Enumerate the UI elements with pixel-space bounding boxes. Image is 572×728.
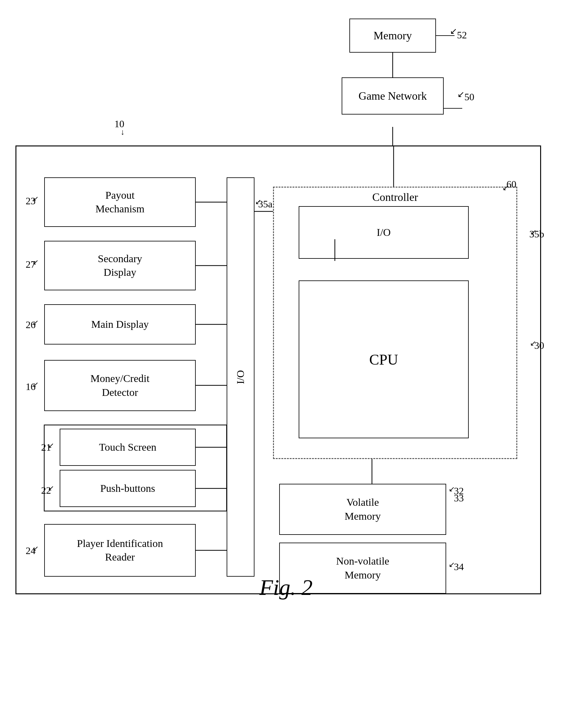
- money-credit-tick: ↙: [32, 380, 39, 389]
- push-buttons-box: Push-buttons: [60, 470, 196, 507]
- nonvolatile-memory-label: Non-volatileMemory: [336, 554, 389, 582]
- memory-label: Memory: [373, 29, 412, 42]
- cpu-box: CPU: [299, 281, 469, 438]
- main-rect-tick: ↓: [121, 127, 125, 137]
- volatile-tick: ↙: [449, 485, 455, 493]
- memory-ref: 52: [457, 29, 467, 41]
- memory-box: Memory: [349, 18, 436, 53]
- touch-screen-box: Touch Screen: [60, 429, 196, 466]
- main-display-tick: ↙: [32, 318, 39, 327]
- bus-tick: ↙: [255, 197, 261, 206]
- io-bus: I/O: [227, 177, 255, 577]
- memory-tick: ↙: [450, 26, 457, 36]
- secondary-display-tick: ↙: [32, 258, 39, 266]
- main-display-label: Main Display: [91, 317, 149, 331]
- secondary-display-label: SecondaryDisplay: [98, 252, 142, 279]
- payout-mechanism-label: PayoutMechanism: [95, 188, 145, 216]
- volatile-memory-label: VolatileMemory: [344, 495, 381, 523]
- nonvolatile-memory-ref: 34: [454, 561, 464, 572]
- player-id-box: Player IdentificationReader: [44, 524, 196, 577]
- io-inner-label: I/O: [377, 227, 390, 238]
- fig-label: Fig. 2: [260, 575, 312, 601]
- touch-screen-label: Touch Screen: [99, 440, 156, 454]
- nonvolatile-tick: ↙: [449, 560, 455, 569]
- cpu-tick: ↙: [530, 339, 536, 348]
- push-buttons-tick: ↙: [48, 484, 54, 492]
- game-network-box: Game Network: [342, 77, 444, 115]
- player-id-label: Player IdentificationReader: [77, 537, 163, 564]
- io-inner-tick: ↙: [530, 228, 537, 237]
- controller-tick: ↙: [502, 184, 509, 192]
- cpu-label: CPU: [369, 351, 398, 368]
- game-network-label: Game Network: [359, 89, 427, 103]
- main-display-box: Main Display: [44, 304, 196, 345]
- volatile-memory-sub-ref: 33: [454, 492, 464, 504]
- io-inner-box: I/O: [299, 206, 469, 259]
- game-network-ref: 50: [464, 91, 474, 103]
- secondary-display-box: SecondaryDisplay: [44, 241, 196, 290]
- money-credit-box: Money/CreditDetector: [44, 360, 196, 411]
- controller-label: Controller: [372, 191, 418, 204]
- payout-mechanism-box: PayoutMechanism: [44, 177, 196, 227]
- player-id-tick: ↙: [32, 544, 39, 553]
- diagram-area: Memory 52 ↙ Game Network 50 ↙ 10 ↓ Payou…: [0, 12, 572, 631]
- touch-screen-tick: ↙: [48, 441, 54, 450]
- money-credit-label: Money/CreditDetector: [91, 372, 150, 399]
- controller-box: Controller I/O 35b ↙ CPU 30 ↙: [273, 187, 517, 459]
- io-bus-label: I/O: [235, 370, 246, 384]
- game-network-tick: ↙: [457, 89, 464, 99]
- push-buttons-label: Push-buttons: [100, 482, 155, 495]
- main-rect: PayoutMechanism 23 ↙ SecondaryDisplay 27…: [15, 145, 541, 594]
- payout-tick: ↙: [32, 194, 39, 203]
- volatile-memory-box: VolatileMemory: [279, 484, 446, 535]
